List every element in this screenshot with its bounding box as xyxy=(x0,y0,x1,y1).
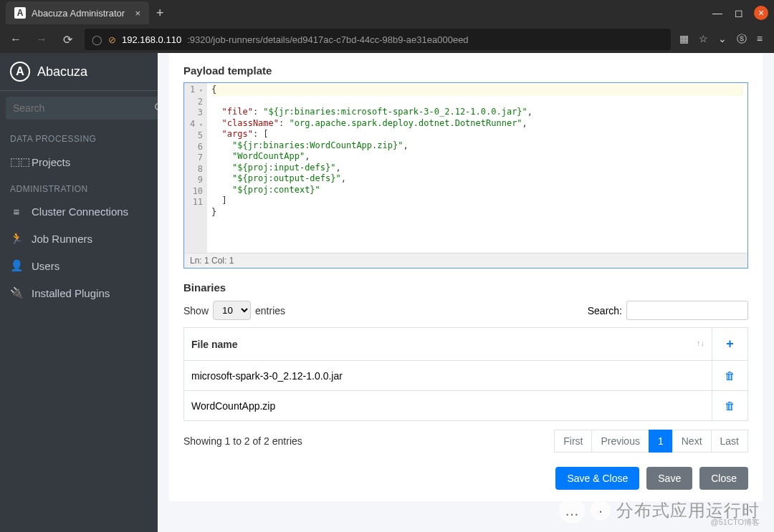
add-binary-icon[interactable]: + xyxy=(726,337,734,351)
show-label: Show xyxy=(183,305,209,316)
binaries-table: File name↑↓ + microsoft-spark-3-0_2.12-1… xyxy=(183,327,748,421)
page-next[interactable]: Next xyxy=(672,430,712,453)
maximize-icon[interactable]: ◻ xyxy=(732,6,745,19)
forward-button[interactable]: → xyxy=(33,33,50,46)
runner-icon: 🏃 xyxy=(10,232,23,245)
watermark: @51CTO博客 xyxy=(711,517,760,528)
footer-buttons: Save & Close Save Close xyxy=(183,467,748,490)
tab-title: Abacuza Administrator xyxy=(32,8,125,19)
col-add: + xyxy=(712,328,748,361)
binaries-controls: Show 10 entries Search: xyxy=(183,301,748,320)
nav-section-header: DATA PROCESSING xyxy=(0,125,158,148)
app-root: A Abacuza DATA PROCESSING ⬚⬚ Projects AD… xyxy=(0,53,774,532)
extension-icons: ▦ ☆ ⌄ ⓢ ≡ xyxy=(679,33,767,46)
col-filename[interactable]: File name↑↓ xyxy=(184,328,712,361)
delete-icon[interactable]: 🗑 xyxy=(725,369,735,382)
sidebar-search xyxy=(0,91,158,125)
payload-template-title: Payload template xyxy=(183,64,748,77)
brand-logo-icon: A xyxy=(10,62,30,82)
table-row: microsoft-spark-3-0_2.12-1.0.0.jar🗑 xyxy=(184,361,748,391)
projects-icon: ⬚⬚ xyxy=(10,155,23,168)
insecure-icon: ⊘ xyxy=(108,34,116,45)
page-current[interactable]: 1 xyxy=(649,430,673,453)
brand-name: Abacuza xyxy=(37,64,87,79)
editor-gutter: 1234567891011 xyxy=(184,83,207,253)
binaries-title: Binaries xyxy=(183,281,748,294)
menu-icon[interactable]: ≡ xyxy=(757,33,763,46)
sidebar-item-users[interactable]: 👤 Users xyxy=(0,252,158,279)
plug-icon: 🔌 xyxy=(10,286,23,299)
nav-section-header: ADMINISTRATION xyxy=(0,175,158,198)
editor-code[interactable]: { "file": "${jr:binaries:microsoft-spark… xyxy=(207,83,747,253)
sidebar-item-installed-plugins[interactable]: 🔌 Installed Plugins xyxy=(0,279,158,306)
sidebar-item-label: Projects xyxy=(32,156,70,168)
url-path: :9320/job-runners/details/ed9417ac-c7bd-… xyxy=(187,34,468,45)
close-tab-icon[interactable]: × xyxy=(135,8,140,19)
tab-bar: A Abacuza Administrator × + — ◻ × xyxy=(0,0,774,26)
entries-label: entries xyxy=(255,305,285,316)
save-close-button[interactable]: Save & Close xyxy=(555,467,639,490)
new-tab-button[interactable]: + xyxy=(149,6,171,21)
delete-icon[interactable]: 🗑 xyxy=(725,400,735,412)
cluster-icon: ≡ xyxy=(10,205,23,218)
editor-status-bar: Ln: 1 Col: 1 xyxy=(184,253,747,268)
page-previous[interactable]: Previous xyxy=(591,430,649,453)
cell-actions: 🗑 xyxy=(712,391,748,421)
pagination: First Previous 1 Next Last xyxy=(554,430,748,453)
page-last[interactable]: Last xyxy=(711,430,748,453)
page-size-select[interactable]: 10 xyxy=(213,301,251,320)
page-first[interactable]: First xyxy=(554,430,592,453)
sidebar-search-input[interactable] xyxy=(6,97,145,120)
close-window-icon[interactable]: × xyxy=(754,6,768,20)
table-info: Showing 1 to 2 of 2 entries xyxy=(183,435,302,447)
sidebar-item-label: Job Runners xyxy=(32,233,92,245)
brand[interactable]: A Abacuza xyxy=(0,53,158,91)
sidebar-item-label: Installed Plugins xyxy=(32,287,110,299)
pocket-icon[interactable]: ⌄ xyxy=(718,33,727,46)
sidebar-item-job-runners[interactable]: 🏃 Job Runners xyxy=(0,225,158,252)
qr-icon[interactable]: ▦ xyxy=(679,33,689,46)
table-row: WordCountApp.zip🗑 xyxy=(184,391,748,421)
content-card: Payload template 1234567891011 { "file":… xyxy=(169,53,763,501)
url-bar: ← → ⟳ ◯ ⊘ 192.168.0.110:9320/job-runners… xyxy=(0,26,774,53)
search-label: Search: xyxy=(588,305,622,316)
sidebar-item-projects[interactable]: ⬚⬚ Projects xyxy=(0,148,158,175)
account-icon[interactable]: ⓢ xyxy=(737,33,747,46)
favicon: A xyxy=(14,7,26,19)
reload-button[interactable]: ⟳ xyxy=(59,33,76,47)
back-button[interactable]: ← xyxy=(7,33,24,46)
minimize-icon[interactable]: — xyxy=(711,6,724,19)
sidebar: A Abacuza DATA PROCESSING ⬚⬚ Projects AD… xyxy=(0,53,158,532)
sidebar-item-label: Users xyxy=(32,260,59,272)
sidebar-item-label: Cluster Connections xyxy=(32,205,128,218)
url-host: 192.168.0.110 xyxy=(122,34,181,45)
main-content: Payload template 1234567891011 { "file":… xyxy=(158,53,774,532)
binaries-search-input[interactable] xyxy=(626,301,748,320)
save-button[interactable]: Save xyxy=(646,467,692,490)
shield-icon: ◯ xyxy=(92,34,102,45)
cell-filename: WordCountApp.zip xyxy=(184,391,712,421)
cell-filename: microsoft-spark-3-0_2.12-1.0.0.jar xyxy=(184,361,712,391)
sidebar-item-cluster-connections[interactable]: ≡ Cluster Connections xyxy=(0,198,158,225)
payload-editor[interactable]: 1234567891011 { "file": "${jr:binaries:m… xyxy=(183,82,748,269)
user-icon: 👤 xyxy=(10,259,23,272)
bookmark-icon[interactable]: ☆ xyxy=(699,33,708,46)
address-bar[interactable]: ◯ ⊘ 192.168.0.110:9320/job-runners/detai… xyxy=(85,29,671,50)
browser-chrome: A Abacuza Administrator × + — ◻ × ← → ⟳ … xyxy=(0,0,774,53)
sort-icon: ↑↓ xyxy=(697,339,704,347)
close-button[interactable]: Close xyxy=(699,467,748,490)
browser-tab[interactable]: A Abacuza Administrator × xyxy=(6,1,149,24)
window-controls: — ◻ × xyxy=(711,6,768,20)
table-footer: Showing 1 to 2 of 2 entries First Previo… xyxy=(183,430,748,453)
cell-actions: 🗑 xyxy=(712,361,748,391)
